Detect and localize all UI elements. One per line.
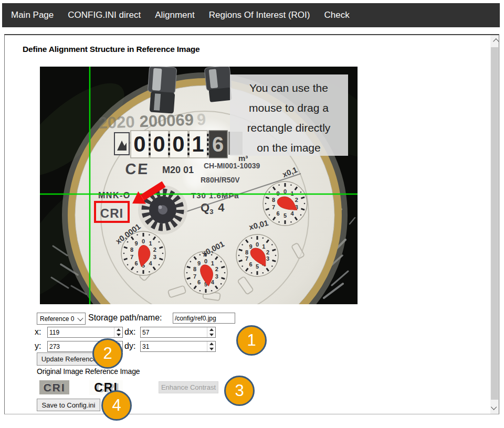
scrollbar-thumb[interactable] xyxy=(491,47,498,400)
svg-text:6: 6 xyxy=(134,260,138,266)
nav-item-check[interactable]: Check xyxy=(324,10,349,20)
step-badge-3: 3 xyxy=(224,376,255,406)
svg-text:6: 6 xyxy=(212,133,224,156)
svg-text:0: 0 xyxy=(142,238,145,244)
brand-code: MNK-O xyxy=(98,191,131,200)
svg-text:3: 3 xyxy=(266,255,269,262)
images-caption: Original Image Reference Image xyxy=(37,367,140,376)
dy-input[interactable] xyxy=(140,341,216,352)
scroll-up-button[interactable] xyxy=(490,35,499,47)
dx-label: dx: xyxy=(124,327,135,337)
svg-text:0: 0 xyxy=(172,132,184,156)
svg-text:1: 1 xyxy=(192,132,204,156)
svg-text:9: 9 xyxy=(249,243,253,250)
scrollbar[interactable] xyxy=(490,35,499,414)
svg-text:0: 0 xyxy=(256,241,259,248)
step-badge-2: 2 xyxy=(92,338,123,369)
x-label: x: xyxy=(35,327,41,337)
svg-text:8: 8 xyxy=(245,249,248,255)
step-badge-4: 4 xyxy=(101,390,132,421)
svg-text:0: 0 xyxy=(204,258,207,264)
chevron-up-icon xyxy=(493,38,499,44)
reference-image[interactable]: 20202000699 0 0 0 1 6 m³ xyxy=(40,67,358,304)
nav-item-main-page[interactable]: Main Page xyxy=(11,10,54,20)
scroll-down-button[interactable] xyxy=(490,400,499,414)
svg-text:8: 8 xyxy=(272,197,275,203)
dx-input[interactable] xyxy=(140,327,216,338)
svg-text:1: 1 xyxy=(211,260,214,266)
svg-text:1: 1 xyxy=(149,240,152,247)
svg-text:on the image: on the image xyxy=(257,142,320,154)
x-input[interactable] xyxy=(47,327,123,338)
svg-text:2: 2 xyxy=(215,266,218,272)
dy-spinner[interactable] xyxy=(207,341,215,351)
svg-text:7: 7 xyxy=(245,255,248,262)
step-badge-1: 1 xyxy=(236,325,267,356)
svg-text:0: 0 xyxy=(153,132,165,156)
rating-text: T30 1.6MPa xyxy=(191,191,239,200)
y-label: y: xyxy=(35,341,41,351)
enhance-contrast-button[interactable]: Enhance Contrast xyxy=(159,381,218,393)
svg-text:6: 6 xyxy=(249,261,253,268)
svg-text:7: 7 xyxy=(130,254,133,260)
svg-text:2: 2 xyxy=(153,247,156,253)
svg-text:3: 3 xyxy=(215,273,218,280)
svg-text:8: 8 xyxy=(193,266,196,272)
meter-clip-left xyxy=(146,67,177,114)
svg-text:7: 7 xyxy=(193,273,196,280)
svg-text:8: 8 xyxy=(130,247,133,253)
svg-text:7: 7 xyxy=(272,204,275,210)
x-input-wrap xyxy=(47,327,123,338)
reference-select[interactable]: Reference 0 xyxy=(37,313,86,325)
svg-text:You can use the: You can use the xyxy=(249,82,328,94)
save-to-config-button[interactable]: Save to Config.ini xyxy=(37,399,100,411)
svg-text:6: 6 xyxy=(197,279,201,285)
x-spinner[interactable] xyxy=(114,327,122,337)
alignment-mark-text: CRI xyxy=(100,206,123,220)
reference-select-value: Reference 0 xyxy=(40,315,74,323)
serial-number-text: 20202000699 xyxy=(98,110,206,132)
svg-text:5: 5 xyxy=(256,263,259,270)
page: Main Page CONFIG.INI direct Alignment Re… xyxy=(0,0,504,428)
storage-path-input[interactable] xyxy=(173,313,235,324)
svg-text:2: 2 xyxy=(266,249,269,255)
content-frame: Define Alignment Structure in Reference … xyxy=(4,34,499,414)
dy-label: dy: xyxy=(124,341,135,351)
svg-text:6: 6 xyxy=(276,210,279,217)
svg-text:2: 2 xyxy=(295,197,298,203)
update-reference-button[interactable]: Update Reference xyxy=(37,352,101,366)
nav-item-alignment[interactable]: Alignment xyxy=(155,10,195,20)
nav-item-config-ini-direct[interactable]: CONFIG.INI direct xyxy=(68,10,141,20)
top-navigation: Main Page CONFIG.INI direct Alignment Re… xyxy=(2,3,500,27)
page-title: Define Alignment Structure in Reference … xyxy=(23,45,200,54)
type-approval: M20 01 xyxy=(162,165,194,175)
svg-text:5: 5 xyxy=(284,212,287,219)
svg-text:0: 0 xyxy=(133,132,145,156)
original-crop-image: CRI xyxy=(39,380,69,394)
nav-item-regions-of-interest[interactable]: Regions Of Interest (ROI) xyxy=(209,10,310,20)
svg-text:3: 3 xyxy=(153,254,156,260)
hint-overlay: You can use the mouse to drag a rectangl… xyxy=(230,74,348,156)
ce-mark: CE xyxy=(124,160,150,177)
dx-spinner[interactable] xyxy=(207,327,215,337)
model-code: CH-MI001-10039 xyxy=(204,162,260,170)
svg-text:9: 9 xyxy=(197,260,201,266)
chevron-down-icon xyxy=(77,315,83,320)
svg-text:mouse to drag a: mouse to drag a xyxy=(249,102,329,114)
dy-input-wrap xyxy=(140,341,216,352)
svg-text:4: 4 xyxy=(149,260,152,266)
svg-text:9: 9 xyxy=(134,240,138,247)
svg-text:rectangle directly: rectangle directly xyxy=(247,122,331,134)
svg-text:1: 1 xyxy=(262,243,265,250)
dx-input-wrap xyxy=(140,327,216,338)
ratio-code: R80H/R50V xyxy=(201,176,240,184)
chevron-down-icon xyxy=(491,404,497,410)
svg-text:4: 4 xyxy=(290,210,294,217)
storage-path-label: Storage path/name: xyxy=(88,313,162,323)
